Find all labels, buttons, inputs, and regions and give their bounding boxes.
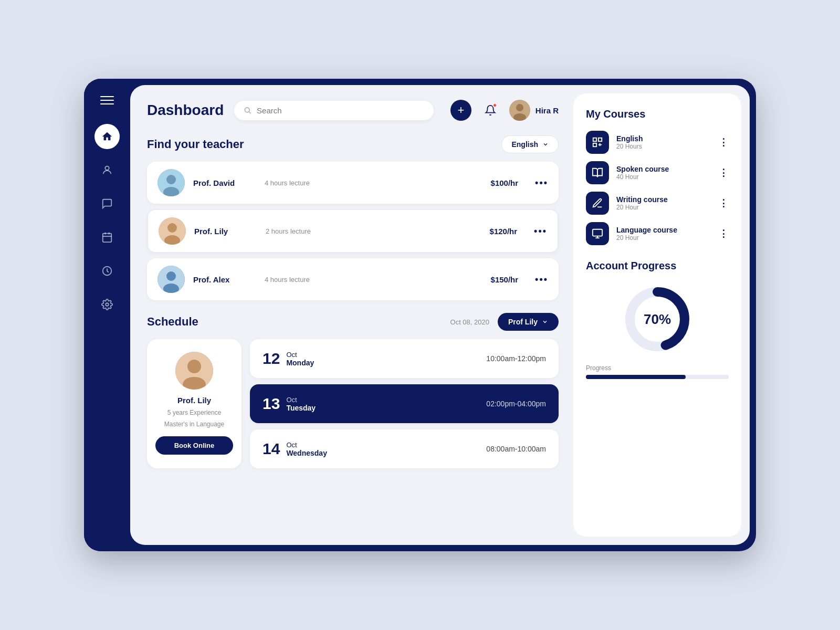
course-name: English xyxy=(616,134,711,143)
find-teacher-title: Find your teacher xyxy=(147,138,244,151)
schedule-slot[interactable]: 13 Oct Tuesday 02:00pm-04:00pm xyxy=(250,384,559,423)
book-online-button[interactable]: Book Online xyxy=(155,436,233,455)
course-info: English 20 Hours xyxy=(616,134,711,150)
schedule-filter-dropdown[interactable]: Prof Lily xyxy=(498,313,559,331)
teacher-name: Prof. David xyxy=(193,178,256,187)
slot-time: 02:00pm-04:00pm xyxy=(334,400,559,408)
course-item[interactable]: Language course 20 Hour ⋮ xyxy=(586,222,729,245)
search-icon xyxy=(244,106,251,114)
progress-bar-fill xyxy=(586,375,686,379)
filter-label: English xyxy=(511,140,538,149)
course-info: Spoken course 40 Hour xyxy=(616,165,711,181)
sidebar-item-settings[interactable] xyxy=(94,292,120,317)
teacher-card[interactable]: Prof. Lily 2 hours lecture $120/hr ••• xyxy=(147,209,559,253)
svg-point-6 xyxy=(106,303,109,306)
slot-date: 13 Oct Tuesday xyxy=(250,384,334,423)
account-progress-title: Account Progress xyxy=(586,260,729,272)
sidebar xyxy=(84,79,130,551)
slot-month: Oct xyxy=(286,351,314,359)
donut-chart: 70% xyxy=(621,282,694,356)
slot-date: 12 Oct Monday xyxy=(250,339,334,378)
notification-button[interactable] xyxy=(480,100,501,121)
search-bar[interactable] xyxy=(234,101,434,120)
schedule-title: Schedule xyxy=(147,315,198,329)
svg-point-0 xyxy=(105,166,109,170)
svg-point-13 xyxy=(166,175,176,184)
course-icon xyxy=(586,192,609,215)
teacher-list: Prof. David 4 hours lecture $100/hr ••• … xyxy=(147,162,559,300)
svg-point-10 xyxy=(516,104,523,111)
language-filter-dropdown[interactable]: English xyxy=(501,135,559,153)
svg-rect-27 xyxy=(593,229,602,236)
course-more-icon[interactable]: ⋮ xyxy=(719,136,729,148)
svg-rect-26 xyxy=(593,143,596,146)
slot-weekday: Monday xyxy=(286,359,314,367)
schedule-section: Schedule Oct 08, 2020 Prof Lily Prof. Li… xyxy=(147,313,559,468)
main-content: Dashboard + Hira R xyxy=(130,85,750,545)
course-info: Language course 20 Hour xyxy=(616,226,711,242)
more-options-icon[interactable]: ••• xyxy=(534,226,547,237)
course-item[interactable]: Writing course 20 Hour ⋮ xyxy=(586,192,729,215)
course-more-icon[interactable]: ⋮ xyxy=(719,197,729,209)
teacher-name: Prof. Alex xyxy=(193,275,256,284)
sidebar-item-profile[interactable] xyxy=(94,158,120,183)
my-courses-title: My Courses xyxy=(586,108,729,120)
slot-weekday: Tuesday xyxy=(286,404,316,412)
progress-bar-wrapper: Progress xyxy=(586,364,729,379)
sidebar-item-calendar[interactable] xyxy=(94,225,120,250)
course-list: English 20 Hours ⋮ Spoken course 40 Hour… xyxy=(586,131,729,245)
teacher-rate: $150/hr xyxy=(491,275,519,284)
svg-point-19 xyxy=(166,271,176,281)
course-name: Writing course xyxy=(616,195,711,204)
course-name: Spoken course xyxy=(616,165,711,173)
teacher-hours: 4 hours lecture xyxy=(265,276,482,284)
sidebar-item-messages[interactable] xyxy=(94,191,120,216)
schedule-filter-label: Prof Lily xyxy=(508,318,538,326)
course-icon xyxy=(586,222,609,245)
course-hours: 40 Hour xyxy=(616,173,711,181)
course-item[interactable]: Spoken course 40 Hour ⋮ xyxy=(586,161,729,184)
course-icon xyxy=(586,161,609,184)
professor-name: Prof. Lily xyxy=(177,396,211,405)
more-options-icon[interactable]: ••• xyxy=(535,274,548,285)
slot-weekday: Wednesday xyxy=(286,449,327,457)
hamburger-icon[interactable] xyxy=(100,93,114,107)
search-input[interactable] xyxy=(257,106,424,115)
teacher-hours: 4 hours lecture xyxy=(265,179,482,187)
schedule-slot[interactable]: 14 Oct Wednesday 08:00am-10:00am xyxy=(250,429,559,468)
notification-dot xyxy=(492,103,497,108)
sidebar-item-history[interactable] xyxy=(94,258,120,284)
course-hours: 20 Hour xyxy=(616,204,711,211)
schedule-slot[interactable]: 12 Oct Monday 10:00am-12:00pm xyxy=(250,339,559,378)
sidebar-item-home[interactable] xyxy=(94,124,120,149)
header: Dashboard + Hira R xyxy=(147,100,559,121)
avatar xyxy=(175,352,213,390)
slot-day-number: 12 xyxy=(262,350,280,368)
page-title: Dashboard xyxy=(147,102,224,119)
course-hours: 20 Hour xyxy=(616,234,711,242)
user-info[interactable]: Hira R xyxy=(509,100,559,121)
slot-date-right: Oct Tuesday xyxy=(286,396,316,412)
course-info: Writing course 20 Hour xyxy=(616,195,711,211)
slot-time: 10:00am-12:00pm xyxy=(334,354,559,363)
course-item[interactable]: English 20 Hours ⋮ xyxy=(586,131,729,154)
teacher-card[interactable]: Prof. David 4 hours lecture $100/hr ••• xyxy=(147,162,559,204)
header-actions: + Hira R xyxy=(450,100,559,121)
slot-day-number: 14 xyxy=(262,440,280,458)
svg-line-8 xyxy=(249,112,250,113)
professor-card: Prof. Lily 5 years Experience Master's i… xyxy=(147,339,242,468)
slot-date: 14 Oct Wednesday xyxy=(250,429,340,468)
course-more-icon[interactable]: ⋮ xyxy=(719,167,729,178)
avatar xyxy=(509,100,530,121)
add-button[interactable]: + xyxy=(450,100,471,121)
svg-point-16 xyxy=(167,223,177,233)
progress-chart: 70% Progress xyxy=(586,282,729,379)
slot-month: Oct xyxy=(286,441,327,449)
teacher-name: Prof. Lily xyxy=(194,227,257,236)
schedule-slots: 12 Oct Monday 10:00am-12:00pm 1 xyxy=(250,339,559,468)
more-options-icon[interactable]: ••• xyxy=(535,177,548,188)
slot-month: Oct xyxy=(286,396,316,404)
course-more-icon[interactable]: ⋮ xyxy=(719,228,729,239)
avatar xyxy=(159,217,186,245)
teacher-card[interactable]: Prof. Alex 4 hours lecture $150/hr ••• xyxy=(147,258,559,300)
